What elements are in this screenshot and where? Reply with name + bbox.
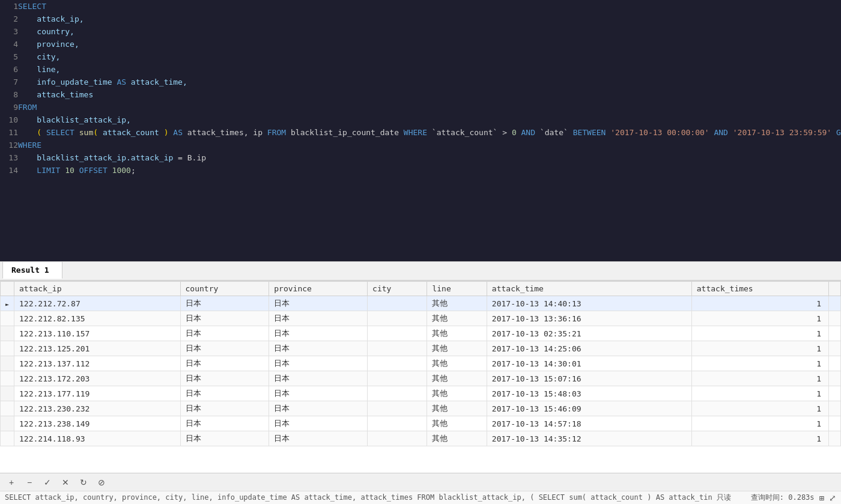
- line-number: 2: [0, 13, 18, 25]
- grid-view-icon[interactable]: ⊞: [819, 493, 824, 503]
- line-number: 3: [0, 25, 18, 38]
- line-number: 11: [0, 126, 18, 139]
- extra-cell: [829, 296, 841, 311]
- row-indicator: [1, 431, 14, 446]
- status-right: 查询时间: 0.283s ⊞ ⤢: [751, 493, 836, 503]
- cell-attack_time: 2017-10-13 14:25:06: [487, 341, 691, 356]
- line-number: 4: [0, 38, 18, 50]
- code-line: FROM: [18, 101, 841, 114]
- cell-attack_ip: 122.212.82.135: [14, 311, 181, 326]
- cell-line: 其他: [427, 371, 487, 386]
- cell-country: 日本: [180, 416, 269, 431]
- table-row: 122.214.118.93日本日本其他2017-10-13 14:35:121: [1, 431, 841, 446]
- cell-attack_time: 2017-10-13 15:48:03: [487, 386, 691, 401]
- extra-cell: [829, 416, 841, 431]
- cell-attack_ip: 122.214.118.93: [14, 431, 181, 446]
- cell-attack_times: 1: [691, 311, 828, 326]
- cancel-button[interactable]: ✕: [59, 476, 72, 489]
- row-indicator: [1, 326, 14, 341]
- row-indicator: [1, 401, 14, 416]
- confirm-button[interactable]: ✓: [41, 476, 54, 489]
- extra-cell: [829, 386, 841, 401]
- line-number: 12: [0, 139, 18, 151]
- expand-icon[interactable]: ⤢: [829, 493, 836, 503]
- column-header-city: city: [368, 282, 427, 296]
- extra-cell: [829, 431, 841, 446]
- code-line: attack_times: [18, 88, 841, 101]
- code-line: line,: [18, 63, 841, 76]
- cell-attack_time: 2017-10-13 14:40:13: [487, 296, 691, 311]
- cell-line: 其他: [427, 296, 487, 311]
- cell-city: [368, 371, 427, 386]
- cell-attack_times: 1: [691, 296, 828, 311]
- cell-attack_time: 2017-10-13 14:57:18: [487, 416, 691, 431]
- table-row: 122.213.125.201日本日本其他2017-10-13 14:25:06…: [1, 341, 841, 356]
- refresh-button[interactable]: ↻: [77, 476, 90, 489]
- cell-province: 日本: [269, 401, 368, 416]
- table-row: 122.213.172.203日本日本其他2017-10-13 15:07:16…: [1, 371, 841, 386]
- cell-attack_times: 1: [691, 416, 828, 431]
- query-time: 查询时间: 0.283s: [751, 493, 815, 503]
- line-number: 9: [0, 101, 18, 114]
- cell-province: 日本: [269, 296, 368, 311]
- line-number: 5: [0, 50, 18, 63]
- code-line: WHERE: [18, 139, 841, 151]
- table-row: 122.213.230.232日本日本其他2017-10-13 15:46:09…: [1, 401, 841, 416]
- column-header-line: line: [427, 282, 487, 296]
- remove-row-button[interactable]: −: [23, 476, 36, 489]
- cell-line: 其他: [427, 401, 487, 416]
- cell-attack_time: 2017-10-13 15:46:09: [487, 401, 691, 416]
- cell-attack_time: 2017-10-13 02:35:21: [487, 326, 691, 341]
- cell-attack_times: 1: [691, 371, 828, 386]
- cell-city: [368, 401, 427, 416]
- toolbar-left: + − ✓ ✕ ↻ ⊘: [5, 476, 108, 489]
- bottom-toolbar: + − ✓ ✕ ↻ ⊘: [0, 473, 841, 491]
- cell-attack_times: 1: [691, 341, 828, 356]
- cell-country: 日本: [180, 386, 269, 401]
- row-indicator-header: [1, 282, 14, 296]
- tab-result[interactable]: Result 1: [2, 261, 62, 279]
- cell-country: 日本: [180, 341, 269, 356]
- row-indicator: [1, 356, 14, 371]
- cell-attack_ip: 122.213.137.112: [14, 356, 181, 371]
- row-indicator: [1, 311, 14, 326]
- code-editor[interactable]: 1SELECT2 attack_ip,3 country,4 province,…: [0, 0, 841, 261]
- cell-country: 日本: [180, 431, 269, 446]
- tabs-bar: 信息Explain 1Result 1概況状態: [0, 261, 841, 281]
- cell-city: [368, 326, 427, 341]
- cell-province: 日本: [269, 356, 368, 371]
- line-number: 6: [0, 63, 18, 76]
- stop-button[interactable]: ⊘: [95, 476, 108, 489]
- code-table: 1SELECT2 attack_ip,3 country,4 province,…: [0, 0, 841, 177]
- cell-province: 日本: [269, 326, 368, 341]
- cell-line: 其他: [427, 356, 487, 371]
- cell-city: [368, 296, 427, 311]
- cell-city: [368, 341, 427, 356]
- cell-line: 其他: [427, 416, 487, 431]
- code-line: ( SELECT sum( attack_count ) AS attack_t…: [18, 126, 841, 139]
- status-query-text: SELECT attack_ip, country, province, cit…: [5, 493, 731, 503]
- cell-line: 其他: [427, 341, 487, 356]
- cell-attack_time: 2017-10-13 13:36:16: [487, 311, 691, 326]
- cell-city: [368, 356, 427, 371]
- extra-cell: [829, 326, 841, 341]
- cell-city: [368, 431, 427, 446]
- status-left: SELECT attack_ip, country, province, cit…: [5, 493, 731, 503]
- result-area[interactable]: attack_ipcountryprovincecitylineattack_t…: [0, 281, 841, 473]
- extra-cell: [829, 311, 841, 326]
- row-indicator: [1, 386, 14, 401]
- extra-header: [829, 282, 841, 296]
- code-line: city,: [18, 50, 841, 63]
- column-header-province: province: [269, 282, 368, 296]
- cell-line: 其他: [427, 431, 487, 446]
- line-number: 14: [0, 164, 18, 177]
- column-header-country: country: [180, 282, 269, 296]
- cell-province: 日本: [269, 371, 368, 386]
- line-number: 7: [0, 76, 18, 88]
- extra-cell: [829, 341, 841, 356]
- add-row-button[interactable]: +: [5, 476, 18, 489]
- code-line: attack_ip,: [18, 13, 841, 25]
- cell-province: 日本: [269, 311, 368, 326]
- row-indicator: [1, 416, 14, 431]
- line-number: 13: [0, 151, 18, 164]
